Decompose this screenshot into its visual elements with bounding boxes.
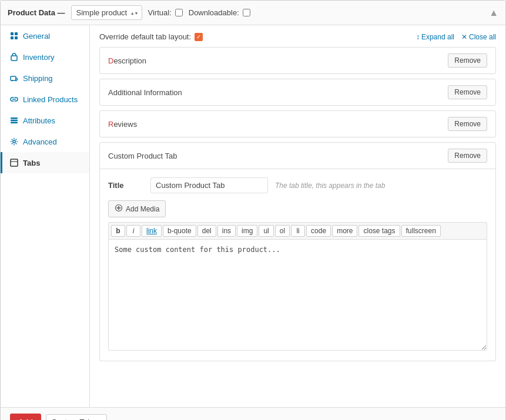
- panel-title: Product Data —: [8, 8, 65, 17]
- svg-rect-4: [11, 56, 17, 61]
- custom-tab-title-row: Title The tab title, this appears in the…: [108, 177, 487, 193]
- sidebar-item-label-inventory: Inventory: [23, 53, 54, 62]
- sidebar-item-label-shipping: Shipping: [23, 74, 53, 83]
- top-bar: Override default tab layout: ↕ Expand al…: [99, 32, 496, 41]
- override-text: Override default tab layout:: [99, 32, 191, 41]
- description-tab-header[interactable]: Description Remove: [100, 48, 495, 73]
- toolbar-link[interactable]: link: [142, 225, 162, 237]
- sidebar-item-shipping[interactable]: Shipping: [1, 68, 89, 89]
- reviews-remove-button[interactable]: Remove: [448, 117, 487, 131]
- description-tab-row: Description Remove: [99, 47, 496, 74]
- custom-tab-title: Custom Product Tab: [108, 152, 177, 160]
- additional-info-remove-button[interactable]: Remove: [448, 85, 487, 99]
- sidebar-item-inventory[interactable]: Inventory: [1, 46, 89, 68]
- close-all-button[interactable]: ✕ Close all: [461, 33, 496, 41]
- downloadable-label: Downloadable:: [189, 8, 239, 17]
- title-label: Title: [108, 181, 143, 190]
- toolbar-fullscreen[interactable]: fullscreen: [401, 225, 441, 237]
- tab-type-select[interactable]: Custom Tab: [46, 414, 107, 420]
- custom-tab-row: Custom Product Tab Remove Title The tab …: [99, 142, 496, 361]
- svg-rect-1: [15, 32, 18, 35]
- toolbar-ol[interactable]: ol: [275, 225, 290, 237]
- description-remove-button[interactable]: Remove: [448, 53, 487, 68]
- add-media-button[interactable]: Add Media: [108, 200, 166, 217]
- tab-type-wrapper[interactable]: Custom Tab: [46, 414, 107, 420]
- svg-rect-0: [11, 32, 14, 35]
- sidebar-item-linked-products[interactable]: Linked Products: [1, 89, 89, 110]
- custom-tab-body: Title The tab title, this appears in the…: [100, 169, 495, 361]
- panel-header: Product Data — Simple product Virtual: D…: [1, 1, 505, 25]
- toolbar-code[interactable]: code: [306, 225, 331, 237]
- expand-all-button[interactable]: ↕ Expand all: [416, 33, 454, 41]
- svg-rect-5: [11, 76, 16, 80]
- additional-info-tab-title: Additional Information: [108, 88, 182, 97]
- general-icon: [9, 31, 19, 41]
- downloadable-section: Downloadable:: [189, 8, 250, 17]
- toolbar-italic[interactable]: i: [126, 225, 140, 237]
- product-data-panel: Product Data — Simple product Virtual: D…: [0, 0, 506, 420]
- override-checkbox[interactable]: [195, 33, 203, 41]
- sidebar: General Inventory: [1, 25, 90, 407]
- downloadable-checkbox[interactable]: [243, 9, 250, 16]
- svg-rect-13: [11, 159, 18, 166]
- add-media-icon: [115, 204, 123, 214]
- svg-point-7: [16, 80, 17, 82]
- sidebar-item-general[interactable]: General: [1, 25, 89, 46]
- editor-toolbar: b i link b-quote del ins img ul ol li co…: [108, 222, 487, 239]
- panel-collapse-icon[interactable]: ▲: [489, 8, 498, 18]
- shipping-icon: [9, 73, 19, 83]
- editor-area[interactable]: Some custom content for this product...: [108, 239, 487, 351]
- add-media-label: Add Media: [126, 205, 159, 213]
- sidebar-item-attributes[interactable]: Attributes: [1, 110, 89, 131]
- svg-point-12: [13, 140, 15, 143]
- sidebar-item-label-tabs: Tabs: [23, 159, 40, 167]
- toolbar-li[interactable]: li: [291, 225, 305, 237]
- svg-rect-11: [11, 122, 18, 124]
- sidebar-item-label-general: General: [23, 32, 50, 41]
- toolbar-bold[interactable]: b: [111, 225, 125, 237]
- inventory-icon: [9, 52, 19, 62]
- toolbar-more[interactable]: more: [332, 225, 357, 237]
- attributes-icon: [9, 116, 19, 125]
- main-content: Override default tab layout: ↕ Expand al…: [90, 25, 505, 407]
- custom-tab-header[interactable]: Custom Product Tab Remove: [100, 143, 495, 169]
- linked-products-icon: [9, 95, 19, 104]
- toolbar-ins[interactable]: ins: [217, 225, 236, 237]
- toolbar-img[interactable]: img: [237, 225, 257, 237]
- panel-body: General Inventory: [1, 25, 505, 407]
- panel-footer: Add Custom Tab: [1, 407, 505, 420]
- svg-rect-9: [11, 117, 18, 119]
- toolbar-del[interactable]: del: [197, 225, 216, 237]
- svg-rect-2: [11, 36, 14, 39]
- virtual-section: Virtual:: [148, 8, 183, 17]
- svg-point-6: [12, 80, 13, 82]
- sidebar-item-advanced[interactable]: Advanced: [1, 131, 89, 152]
- reviews-tab-row: Reviews Remove: [99, 110, 496, 137]
- product-type-select[interactable]: Simple product: [71, 5, 142, 20]
- sidebar-item-tabs[interactable]: Tabs: [1, 152, 89, 173]
- sidebar-item-label-linked-products: Linked Products: [23, 95, 78, 104]
- expand-icon: ↕: [416, 33, 420, 41]
- close-icon: ✕: [461, 33, 467, 41]
- custom-tab-title-input[interactable]: [150, 177, 268, 193]
- virtual-checkbox[interactable]: [175, 9, 183, 16]
- expand-close-buttons: ↕ Expand all ✕ Close all: [416, 33, 496, 41]
- svg-rect-3: [15, 36, 18, 39]
- description-tab-title: Description: [108, 56, 146, 65]
- reviews-tab-header[interactable]: Reviews Remove: [100, 111, 495, 137]
- advanced-icon: [9, 137, 19, 146]
- product-type-wrapper[interactable]: Simple product: [71, 5, 142, 20]
- override-label: Override default tab layout:: [99, 32, 203, 41]
- title-hint: The tab title, this appears in the tab: [275, 182, 385, 190]
- additional-info-tab-header[interactable]: Additional Information Remove: [100, 79, 495, 105]
- add-button[interactable]: Add: [10, 414, 41, 420]
- virtual-label: Virtual:: [148, 8, 172, 17]
- toolbar-bquote[interactable]: b-quote: [163, 225, 196, 237]
- custom-tab-remove-button[interactable]: Remove: [448, 149, 487, 163]
- toolbar-ul[interactable]: ul: [259, 225, 273, 237]
- additional-info-tab-row: Additional Information Remove: [99, 79, 496, 106]
- reviews-tab-title: Reviews: [108, 120, 137, 129]
- svg-rect-10: [11, 120, 18, 122]
- toolbar-close-tags[interactable]: close tags: [358, 225, 400, 237]
- tabs-icon: [9, 158, 19, 167]
